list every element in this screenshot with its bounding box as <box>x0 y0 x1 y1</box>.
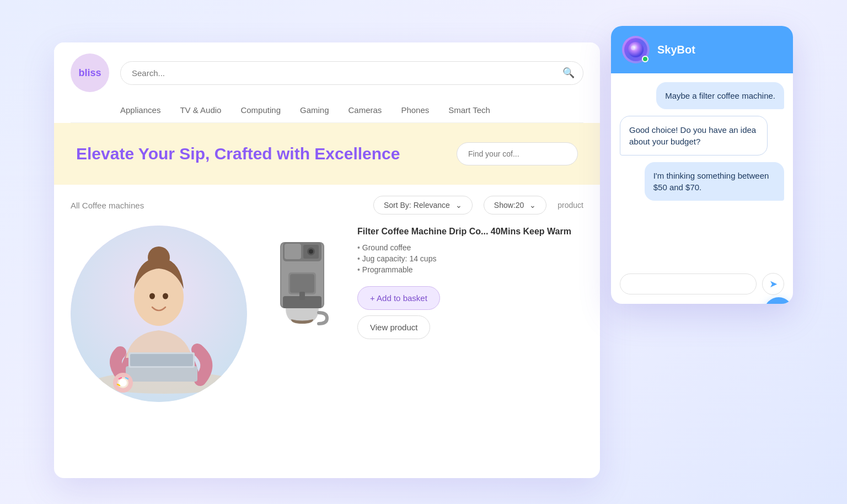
add-to-basket-button[interactable]: + Add to basket <box>357 286 440 310</box>
product-info: Filter Coffee Machine Drip Co... 40Mins … <box>357 226 583 339</box>
feature-item: Programmable <box>357 264 583 275</box>
nav-item-cameras[interactable]: Cameras <box>349 105 382 115</box>
products-section-title: All Coffee machines <box>71 201 144 210</box>
banner-section: Elevate Your Sip, Crafted with Excellenc… <box>54 123 600 185</box>
svg-point-26 <box>628 42 644 57</box>
search-input[interactable] <box>120 61 583 85</box>
svg-rect-18 <box>285 244 301 259</box>
chat-message-user-1: Maybe a filter coffee machine. <box>656 82 784 109</box>
feature-item: Ground coffee <box>357 242 583 253</box>
nav-item-computing[interactable]: Computing <box>240 105 281 115</box>
product-count-suffix: product <box>557 201 583 210</box>
svg-rect-25 <box>299 292 305 300</box>
svg-point-4 <box>149 293 155 299</box>
chat-input-area: ➤ <box>611 266 793 304</box>
nav-item-phones[interactable]: Phones <box>401 105 429 115</box>
chat-message-bot-1: Good choice! Do you have an idea about y… <box>620 116 768 156</box>
svg-point-3 <box>148 246 170 269</box>
product-features: Ground coffee Jug capacity: 14 cups Prog… <box>357 242 583 275</box>
svg-point-21 <box>309 249 313 254</box>
chatbot-header: SkyBot <box>611 26 793 73</box>
store-header: bliss 🔍 Appliances TV & Audio Computing … <box>54 42 600 123</box>
svg-point-27 <box>631 46 635 50</box>
nav-item-tv-audio[interactable]: TV & Audio <box>180 105 221 115</box>
search-icon: 🔍 <box>562 67 575 79</box>
send-button[interactable]: ➤ <box>762 273 784 295</box>
svg-point-2 <box>134 269 184 326</box>
banner-search-input[interactable] <box>457 142 578 165</box>
search-bar: 🔍 <box>120 61 583 85</box>
chat-message-user-2: I'm thinking something between $50 and $… <box>645 162 784 201</box>
products-header: All Coffee machines Sort By: Relevance ⌄… <box>71 196 583 215</box>
chevron-down-icon-2: ⌄ <box>529 201 536 210</box>
store-window: bliss 🔍 Appliances TV & Audio Computing … <box>54 42 600 478</box>
svg-rect-23 <box>290 274 314 293</box>
bot-avatar <box>622 36 650 63</box>
products-area: All Coffee machines Sort By: Relevance ⌄… <box>54 185 600 413</box>
send-icon: ➤ <box>769 278 778 290</box>
nav-item-appliances[interactable]: Appliances <box>120 105 160 115</box>
chat-messages: Maybe a filter coffee machine. Good choi… <box>611 73 793 266</box>
nav-item-gaming[interactable]: Gaming <box>300 105 329 115</box>
chevron-down-icon: ⌄ <box>455 201 462 210</box>
nav-menu: Appliances TV & Audio Computing Gaming C… <box>71 101 583 123</box>
chat-input[interactable] <box>620 274 757 294</box>
svg-rect-6 <box>126 366 197 382</box>
person-circle <box>71 226 247 402</box>
svg-rect-8 <box>130 354 193 366</box>
svg-point-5 <box>163 293 168 299</box>
chatbot-panel: SkyBot Maybe a filter coffee machine. Go… <box>611 26 793 304</box>
coffee-machine-illustration <box>269 231 335 330</box>
sort-dropdown[interactable]: Sort By: Relevance ⌄ <box>373 196 473 215</box>
online-indicator <box>642 56 648 62</box>
product-item: Filter Coffee Machine Drip Co... 40Mins … <box>258 226 583 339</box>
show-dropdown[interactable]: Show:20 ⌄ <box>484 196 546 215</box>
banner-title: Elevate Your Sip, Crafted with Excellenc… <box>76 144 400 163</box>
person-illustration <box>71 226 247 402</box>
site-logo[interactable]: bliss <box>71 53 109 92</box>
nav-item-smart-tech[interactable]: Smart Tech <box>448 105 490 115</box>
product-section: Filter Coffee Machine Drip Co... 40Mins … <box>71 226 583 402</box>
product-name: Filter Coffee Machine Drip Co... 40Mins … <box>357 226 583 238</box>
feature-item: Jug capacity: 14 cups <box>357 253 583 264</box>
bot-name: SkyBot <box>657 44 695 56</box>
view-product-button[interactable]: View product <box>357 315 430 339</box>
product-image <box>258 226 346 336</box>
